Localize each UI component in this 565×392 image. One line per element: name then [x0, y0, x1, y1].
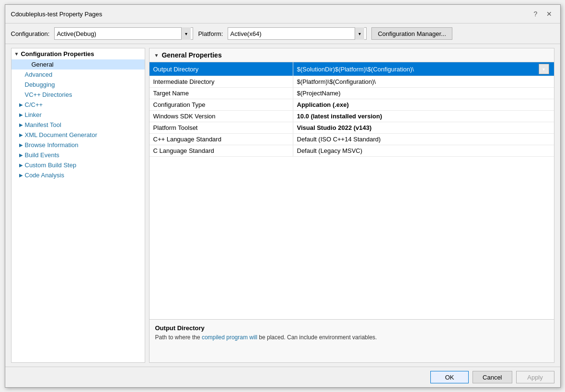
- help-button[interactable]: ?: [530, 9, 541, 19]
- tree-item-browse-label: Browse Information: [25, 141, 79, 149]
- config-label: Configuration:: [11, 30, 50, 37]
- tree-panel: ▼ Configuration Properties General Advan…: [11, 48, 145, 363]
- tree-item-linker[interactable]: ▶ Linker: [12, 110, 145, 120]
- tree-item-cpp[interactable]: ▶ C/C++: [12, 100, 145, 110]
- tree-item-manifest-tool[interactable]: ▶ Manifest Tool: [12, 120, 145, 130]
- prop-value-target-name: $(ProjectName): [293, 88, 554, 99]
- prop-name-c-standard: C Language Standard: [150, 145, 293, 156]
- prop-value-c-standard: Default (Legacy MSVC): [293, 145, 554, 156]
- custom-build-arrow-icon: ▶: [19, 162, 23, 168]
- prop-row-intermediate-dir[interactable]: Intermediate Directory $(Platform)\$(Con…: [150, 76, 554, 88]
- platform-value: Active(x64): [230, 30, 355, 37]
- apply-button[interactable]: Apply: [516, 371, 554, 383]
- linker-arrow-icon: ▶: [19, 112, 23, 117]
- configuration-value: Active(Debug): [57, 30, 181, 37]
- desc-text-after: be placed. Can include environment varia…: [257, 334, 377, 341]
- description-panel: Output Directory Path to where the compi…: [150, 319, 554, 362]
- prop-row-config-type[interactable]: Configuration Type Application (.exe): [150, 99, 554, 111]
- tree-item-build-events-label: Build Events: [25, 151, 59, 159]
- prop-row-output-dir[interactable]: Output Directory $(SolutionDir)$(Platfor…: [150, 62, 554, 76]
- tree-item-linker-label: Linker: [25, 111, 42, 118]
- tree-item-xml-generator[interactable]: ▶ XML Document Generator: [12, 130, 145, 140]
- prop-row-sdk-version[interactable]: Windows SDK Version 10.0 (latest install…: [150, 111, 554, 122]
- bottom-bar: OK Cancel Apply: [5, 367, 560, 387]
- prop-value-cpp-standard: Default (ISO C++14 Standard): [293, 134, 554, 145]
- tree-item-code-analysis-label: Code Analysis: [25, 172, 64, 179]
- platform-label: Platform:: [198, 30, 223, 37]
- close-button[interactable]: ✕: [544, 9, 554, 19]
- prop-value-platform-toolset: Visual Studio 2022 (v143): [293, 122, 554, 133]
- tree-root-label: Configuration Properties: [21, 50, 94, 58]
- browse-arrow-icon: ▶: [19, 142, 23, 148]
- prop-row-cpp-standard[interactable]: C++ Language Standard Default (ISO C++14…: [150, 134, 554, 145]
- manifest-arrow-icon: ▶: [19, 122, 23, 127]
- build-events-arrow-icon: ▶: [19, 152, 23, 158]
- prop-name-intermediate-dir: Intermediate Directory: [150, 76, 293, 87]
- prop-name-platform-toolset: Platform Toolset: [150, 122, 293, 133]
- props-header: ▼ General Properties: [150, 48, 554, 62]
- tree-item-vc-directories[interactable]: VC++ Directories: [12, 90, 145, 100]
- tree-item-code-analysis[interactable]: ▶ Code Analysis: [12, 170, 145, 180]
- props-table: Output Directory $(SolutionDir)$(Platfor…: [150, 62, 554, 319]
- config-dropdown-arrow: ▾: [181, 27, 191, 40]
- tree-item-advanced[interactable]: Advanced: [12, 69, 145, 80]
- prop-name-output-dir: Output Directory: [150, 62, 293, 76]
- dialog-title: Cdoubleplus-test Property Pages: [11, 11, 103, 18]
- prop-name-target-name: Target Name: [150, 88, 293, 99]
- desc-text-before: Path to where the: [155, 334, 202, 341]
- desc-text-link: compiled program will: [202, 334, 257, 341]
- prop-value-output-row: $(SolutionDir)$(Platform)\$(Configuratio…: [297, 64, 550, 74]
- desc-text: Path to where the compiled program will …: [155, 334, 548, 342]
- tree-item-cpp-label: C/C++: [25, 101, 43, 108]
- config-manager-button[interactable]: Configuration Manager...: [371, 27, 452, 40]
- prop-row-c-standard[interactable]: C Language Standard Default (Legacy MSVC…: [150, 145, 554, 157]
- config-bar: Configuration: Active(Debug) ▾ Platform:…: [5, 23, 560, 44]
- tree-item-manifest-label: Manifest Tool: [25, 121, 61, 128]
- prop-row-platform-toolset[interactable]: Platform Toolset Visual Studio 2022 (v14…: [150, 122, 554, 134]
- tree-root[interactable]: ▼ Configuration Properties: [12, 48, 145, 59]
- desc-title: Output Directory: [155, 324, 548, 332]
- tree-item-general[interactable]: General: [12, 59, 145, 69]
- code-analysis-arrow-icon: ▶: [19, 173, 23, 178]
- prop-value-output-text: $(SolutionDir)$(Platform)\$(Configuratio…: [297, 66, 414, 73]
- title-bar: Cdoubleplus-test Property Pages ? ✕: [5, 5, 560, 23]
- props-header-arrow-icon: ▼: [154, 53, 159, 58]
- prop-value-output-dir: $(SolutionDir)$(Platform)\$(Configuratio…: [293, 62, 554, 76]
- prop-name-sdk-version: Windows SDK Version: [150, 111, 293, 122]
- prop-value-dropdown-btn[interactable]: ▾: [539, 64, 549, 74]
- main-content: ▼ Configuration Properties General Advan…: [5, 44, 560, 367]
- properties-panel: ▼ General Properties Output Directory $(…: [149, 48, 554, 363]
- tree-item-debugging[interactable]: Debugging: [12, 80, 145, 90]
- prop-value-sdk-version: 10.0 (latest installed version): [293, 111, 554, 122]
- tree-item-custom-build[interactable]: ▶ Custom Build Step: [12, 160, 145, 170]
- platform-dropdown-arrow: ▾: [355, 27, 364, 40]
- tree-item-browse-info[interactable]: ▶ Browse Information: [12, 140, 145, 150]
- cancel-button[interactable]: Cancel: [473, 371, 512, 383]
- tree-item-build-events[interactable]: ▶ Build Events: [12, 150, 145, 160]
- configuration-dropdown[interactable]: Active(Debug) ▾: [54, 27, 193, 40]
- tree-item-xml-label: XML Document Generator: [25, 131, 97, 138]
- property-pages-dialog: Cdoubleplus-test Property Pages ? ✕ Conf…: [5, 4, 561, 388]
- xml-arrow-icon: ▶: [19, 132, 23, 138]
- title-bar-buttons: ? ✕: [530, 9, 554, 19]
- platform-dropdown[interactable]: Active(x64) ▾: [228, 27, 367, 40]
- prop-value-intermediate-dir: $(Platform)\$(Configuration)\: [293, 76, 554, 87]
- root-arrow-icon: ▼: [14, 51, 19, 57]
- prop-name-cpp-standard: C++ Language Standard: [150, 134, 293, 145]
- cpp-arrow-icon: ▶: [19, 102, 23, 107]
- props-section-title: General Properties: [161, 51, 221, 59]
- tree-item-custom-build-label: Custom Build Step: [25, 161, 77, 169]
- prop-row-target-name[interactable]: Target Name $(ProjectName): [150, 88, 554, 99]
- prop-value-config-type: Application (.exe): [293, 99, 554, 110]
- prop-name-config-type: Configuration Type: [150, 99, 293, 110]
- ok-button[interactable]: OK: [430, 371, 469, 383]
